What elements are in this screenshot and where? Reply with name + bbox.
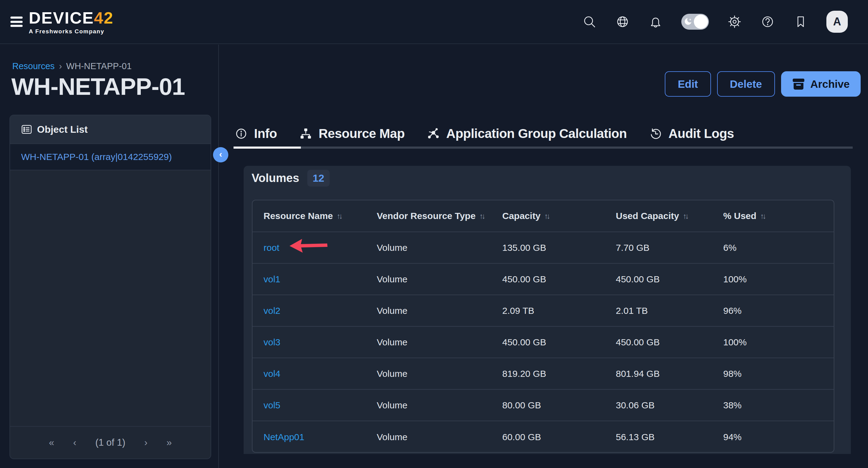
volumes-table: Resource Name↑↓ Vendor Resource Type↑↓ C… — [252, 200, 834, 453]
tab-active-indicator — [234, 146, 301, 149]
column-header-capacity[interactable]: Capacity↑↓ — [502, 211, 616, 221]
globe-icon[interactable] — [615, 14, 630, 29]
object-list-body — [10, 170, 211, 426]
pagination-next-button[interactable]: › — [145, 437, 148, 448]
resource-link-netapp01[interactable]: NetApp01 — [264, 432, 304, 442]
history-icon — [649, 128, 662, 140]
tab-audit-logs[interactable]: Audit Logs — [649, 126, 734, 141]
bookmark-icon[interactable] — [793, 14, 808, 29]
table-row: vol1 Volume 450.00 GB 450.00 GB 100% — [252, 264, 834, 295]
sort-icon: ↑↓ — [760, 212, 765, 221]
cell-percent-used: 94% — [723, 432, 834, 442]
bell-icon[interactable] — [648, 14, 663, 29]
cell-vendor-type: Volume — [377, 337, 502, 347]
archive-button[interactable]: Archive — [781, 71, 861, 97]
breadcrumb-resources-link[interactable]: Resources — [12, 61, 55, 71]
cell-capacity: 450.00 GB — [502, 337, 616, 347]
archive-label: Archive — [810, 78, 850, 90]
cell-percent-used: 98% — [723, 369, 834, 379]
cell-vendor-type: Volume — [377, 274, 502, 285]
column-header-used-capacity[interactable]: Used Capacity↑↓ — [616, 211, 723, 221]
cell-percent-used: 100% — [723, 337, 834, 347]
cell-used-capacity: 801.94 GB — [616, 369, 723, 379]
cell-capacity: 135.00 GB — [502, 242, 616, 253]
cell-used-capacity: 7.70 GB — [616, 242, 723, 253]
pagination-first-button[interactable]: « — [49, 437, 54, 448]
sidebar-collapse-button[interactable]: ‹ — [213, 147, 228, 162]
resource-link-vol1[interactable]: vol1 — [264, 274, 280, 284]
resource-link-vol2[interactable]: vol2 — [264, 306, 280, 316]
pagination-last-button[interactable]: » — [166, 437, 172, 448]
table-row: vol5 Volume 80.00 GB 30.06 GB 38% — [252, 390, 834, 421]
cell-capacity: 60.00 GB — [502, 432, 616, 442]
page-actions: Edit Delete Archive — [665, 71, 861, 97]
breadcrumb-current: WH-NETAPP-01 — [66, 61, 132, 71]
tab-application-group-calculation[interactable]: Application Group Calculation — [427, 126, 627, 141]
object-list-title: Object List — [37, 124, 88, 135]
sort-icon: ↑↓ — [683, 212, 687, 221]
column-header-percent-used[interactable]: % Used↑↓ — [723, 211, 834, 221]
cell-capacity: 819.20 GB — [502, 369, 616, 379]
breadcrumb: Resources › WH-NETAPP-01 — [12, 61, 132, 71]
topbar-actions: A — [582, 11, 848, 33]
tab-audit-logs-label: Audit Logs — [669, 126, 734, 141]
device42-logo[interactable]: DEVICE42 A Freshworks Company — [29, 9, 114, 34]
tab-underline-track — [235, 146, 853, 149]
resource-link-vol3[interactable]: vol3 — [264, 337, 280, 347]
pagination-label: (1 of 1) — [95, 437, 125, 448]
object-list-header: Object List — [10, 115, 211, 144]
panel-divider-line — [218, 45, 219, 468]
sort-icon: ↑↓ — [479, 212, 484, 221]
column-header-resource-name[interactable]: Resource Name↑↓ — [264, 211, 377, 221]
cell-percent-used: 100% — [723, 274, 834, 285]
list-icon — [21, 124, 32, 135]
sort-icon: ↑↓ — [337, 212, 341, 221]
archive-icon — [792, 78, 805, 90]
table-row: root Volume 135.00 GB 7.70 GB 6% — [252, 232, 834, 264]
gear-icon[interactable] — [727, 14, 742, 29]
table-row: NetApp01 Volume 60.00 GB 56.13 GB 94% — [252, 421, 834, 453]
tab-resource-map[interactable]: Resource Map — [300, 126, 405, 141]
cell-percent-used: 96% — [723, 306, 834, 316]
info-icon — [235, 128, 247, 140]
tab-application-group-calculation-label: Application Group Calculation — [446, 126, 627, 141]
column-header-vendor-resource-type[interactable]: Vendor Resource Type↑↓ — [377, 211, 502, 221]
cell-used-capacity: 56.13 GB — [616, 432, 723, 442]
edit-button[interactable]: Edit — [665, 71, 711, 97]
logo-subtitle: A Freshworks Company — [29, 28, 114, 34]
search-icon[interactable] — [582, 14, 597, 29]
delete-button[interactable]: Delete — [717, 71, 775, 97]
cell-used-capacity: 30.06 GB — [616, 400, 723, 410]
table-row: vol3 Volume 450.00 GB 450.00 GB 100% — [252, 327, 834, 358]
volumes-header: Volumes 12 — [252, 168, 330, 188]
cell-used-capacity: 450.00 GB — [616, 274, 723, 285]
tab-info[interactable]: Info — [235, 126, 277, 141]
resource-link-vol4[interactable]: vol4 — [264, 369, 280, 379]
cell-used-capacity: 2.01 TB — [616, 306, 723, 316]
menu-icon[interactable] — [10, 16, 23, 27]
object-list-item-selected[interactable]: WH-NETAPP-01 (array|0142255929) — [10, 144, 211, 170]
object-list-pagination: « ‹ (1 of 1) › » — [10, 426, 211, 459]
cell-used-capacity: 450.00 GB — [616, 337, 723, 347]
cell-vendor-type: Volume — [377, 306, 502, 316]
pagination-prev-button[interactable]: ‹ — [73, 437, 76, 448]
sort-icon: ↑↓ — [544, 212, 549, 221]
theme-toggle[interactable] — [681, 14, 709, 30]
topbar-left: DEVICE42 A Freshworks Company — [10, 9, 114, 34]
detail-tabs: Info Resource Map Application Group Calc… — [235, 123, 734, 144]
breadcrumb-separator: › — [59, 61, 62, 71]
resource-link-vol5[interactable]: vol5 — [264, 400, 280, 410]
avatar[interactable]: A — [826, 11, 848, 33]
resource-link-root[interactable]: root — [264, 242, 279, 253]
cell-vendor-type: Volume — [377, 432, 502, 442]
volumes-count-badge: 12 — [307, 170, 330, 187]
table-row: vol4 Volume 819.20 GB 801.94 GB 98% — [252, 358, 834, 390]
cell-vendor-type: Volume — [377, 400, 502, 410]
logo-text: DEVICE42 — [29, 9, 114, 26]
top-navigation-bar: DEVICE42 A Freshworks Company — [0, 0, 868, 44]
help-icon[interactable] — [760, 14, 775, 29]
logo-42: 42 — [94, 8, 114, 27]
tab-info-label: Info — [254, 126, 277, 141]
moon-icon — [683, 17, 693, 27]
cell-capacity: 2.09 TB — [502, 306, 616, 316]
